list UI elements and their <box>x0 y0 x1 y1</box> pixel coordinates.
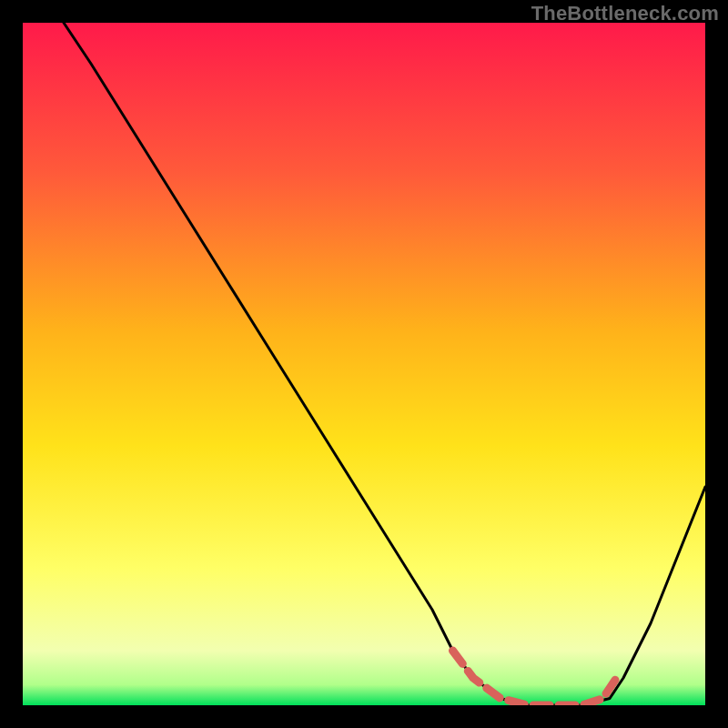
chart-frame: TheBottleneck.com <box>0 0 728 728</box>
gradient-background <box>23 23 705 705</box>
watermark-text: TheBottleneck.com <box>531 2 719 25</box>
plot-area <box>23 23 705 705</box>
chart-svg <box>23 23 705 705</box>
